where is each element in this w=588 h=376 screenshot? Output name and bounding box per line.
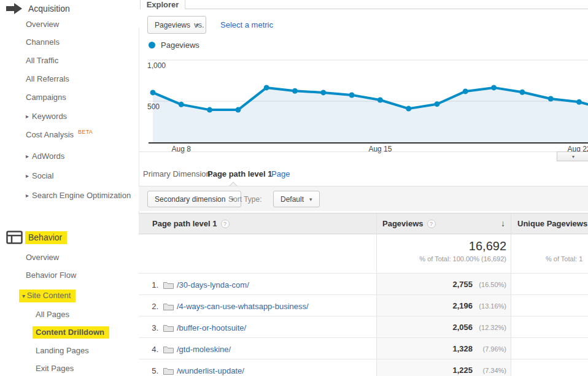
sidebar-item-adwords[interactable]: ▸AdWords bbox=[26, 152, 64, 161]
pageviews-cell: 2,755(16.50%) bbox=[376, 274, 511, 294]
vs-label: vs. bbox=[194, 20, 204, 29]
chevron-down-icon: ▾ bbox=[572, 154, 574, 159]
data-point[interactable] bbox=[463, 88, 468, 94]
page-path-link[interactable]: /4-ways-can-use-whatsapp-business/ bbox=[177, 302, 309, 311]
column-header-page-path[interactable]: Page path level 1 ? bbox=[152, 219, 230, 228]
table-body: 1./30-days-lynda-com/2,755(16.50%)2./4-w… bbox=[139, 274, 588, 376]
data-point[interactable] bbox=[377, 97, 383, 102]
expanded-arrow-icon: ▾ bbox=[22, 293, 27, 299]
y-axis-tick-label: 1,000 bbox=[147, 61, 166, 70]
sidebar-item-keywords[interactable]: ▸Keywords bbox=[26, 112, 67, 121]
column-header-unique-pageviews[interactable]: Unique Pageviews ? bbox=[517, 219, 588, 228]
sidebar-item-channels[interactable]: Channels bbox=[26, 37, 60, 47]
sidebar-item-cost-analysis[interactable]: Cost AnalysisBETA bbox=[26, 130, 93, 139]
sidebar-item-label: Overview bbox=[26, 20, 59, 29]
data-point[interactable] bbox=[292, 88, 298, 94]
data-point[interactable] bbox=[235, 107, 241, 113]
data-point[interactable] bbox=[491, 85, 497, 90]
pageviews-value: 1,225 bbox=[452, 366, 473, 375]
chevron-down-icon: ▾ bbox=[309, 196, 312, 202]
sidebar-item-search-engine-optimization[interactable]: ▸Search Engine Optimization bbox=[26, 191, 131, 200]
page-path-link[interactable]: /30-days-lynda-com/ bbox=[177, 280, 249, 290]
page-path-link[interactable]: /buffer-or-hootsuite/ bbox=[177, 323, 246, 332]
sidebar-item-overview[interactable]: Overview bbox=[26, 20, 59, 29]
primary-dimension-label: Primary Dimension: bbox=[143, 169, 212, 178]
sidebar-section-acquisition[interactable]: Acquisition bbox=[6, 1, 70, 16]
dimension-page-path-level-1[interactable]: Page path level 1 bbox=[207, 169, 273, 178]
sidebar-item-exit-pages[interactable]: Exit Pages bbox=[36, 364, 74, 373]
data-point[interactable] bbox=[548, 96, 554, 101]
unique-pageviews-cell bbox=[512, 295, 588, 316]
pageviews-cell: 1,225(7.34%) bbox=[376, 359, 511, 376]
data-point[interactable] bbox=[519, 90, 525, 95]
sidebar-item-all-referrals[interactable]: All Referrals bbox=[26, 74, 69, 83]
pageviews-summary-cell: 16,692 % of Total: 100.00% (16,692) bbox=[376, 234, 511, 273]
sidebar-item-landing-pages[interactable]: Landing Pages bbox=[36, 346, 89, 355]
page-path-link[interactable]: /wunderlist-update/ bbox=[177, 366, 244, 375]
tab-explorer-label: Explorer bbox=[147, 0, 179, 9]
folder-icon bbox=[163, 323, 174, 334]
sidebar-item-overview[interactable]: Overview bbox=[26, 253, 59, 262]
chart-legend: Pageviews bbox=[149, 40, 199, 50]
sort-type-dropdown[interactable]: Default ▾ bbox=[273, 191, 320, 207]
sidebar-section-behavior[interactable]: Behavior bbox=[6, 230, 62, 245]
column-header-pageviews[interactable]: Pageviews ? bbox=[382, 219, 436, 228]
help-icon[interactable]: ? bbox=[427, 220, 436, 228]
page-path-link[interactable]: /gtd-moleskine/ bbox=[177, 345, 231, 354]
table-row: 1./30-days-lynda-com/2,755(16.50%) bbox=[139, 274, 588, 295]
data-point[interactable] bbox=[349, 92, 355, 98]
pageviews-value: 1,328 bbox=[452, 344, 473, 353]
table-header-row: Page path level 1 ? Pageviews ? ↓ Unique… bbox=[139, 213, 588, 234]
primary-dimension-bar: Primary Dimension: Page path level 1 Pag… bbox=[139, 169, 588, 182]
sidebar-item-label: Overview bbox=[26, 253, 59, 262]
sidebar-item-behavior-flow[interactable]: Behavior Flow bbox=[26, 270, 76, 280]
chart-granularity-dropdown[interactable]: ▾ bbox=[557, 152, 588, 161]
data-point[interactable] bbox=[264, 85, 269, 90]
sidebar-item-all-traffic[interactable]: All Traffic bbox=[26, 56, 58, 65]
sort-descending-icon[interactable]: ↓ bbox=[501, 218, 505, 228]
sidebar-item-social[interactable]: ▸Social bbox=[26, 171, 53, 180]
data-point[interactable] bbox=[406, 106, 411, 112]
column-header-label: Pageviews bbox=[382, 219, 424, 228]
sidebar-item-campaigns[interactable]: Campaigns bbox=[26, 93, 66, 102]
unique-pageviews-cell bbox=[512, 274, 588, 294]
table-row: 4./gtd-moleskine/1,328(7.96%) bbox=[139, 338, 588, 359]
secondary-dimension-dropdown[interactable]: Secondary dimension ▾ bbox=[147, 191, 241, 207]
data-point[interactable] bbox=[435, 101, 440, 107]
data-point[interactable] bbox=[576, 99, 582, 105]
collapsed-arrow-icon: ▸ bbox=[26, 191, 29, 200]
chart-canvas[interactable]: 1,000500Aug 8Aug 15Aug 22 bbox=[139, 58, 588, 155]
table-toolbar: Secondary dimension ▾ Sort Type: Default… bbox=[139, 186, 588, 211]
dimension-page-link[interactable]: Page bbox=[271, 169, 290, 178]
unique-pageviews-cell bbox=[512, 338, 588, 359]
data-point[interactable] bbox=[150, 90, 156, 95]
behavior-window-icon bbox=[6, 230, 23, 245]
pageviews-percent: (7.34%) bbox=[482, 367, 506, 374]
sidebar-item-label: Social bbox=[32, 171, 53, 180]
data-point[interactable] bbox=[207, 107, 212, 113]
row-rank: 4. bbox=[146, 345, 158, 354]
sidebar-item-label: Behavior Flow bbox=[26, 270, 76, 280]
select-a-metric-link[interactable]: Select a metric bbox=[220, 20, 273, 29]
sidebar-item-label: Landing Pages bbox=[36, 346, 89, 355]
pageviews-cell: 2,056(12.32%) bbox=[376, 317, 511, 337]
pageviews-value: 2,755 bbox=[452, 280, 473, 289]
sidebar-item-all-pages[interactable]: All Pages bbox=[36, 310, 69, 319]
row-rank: 2. bbox=[146, 302, 158, 311]
sidebar-item-site-content[interactable]: ▾ Site Content bbox=[22, 291, 71, 301]
secondary-dimension-label: Secondary dimension bbox=[155, 195, 225, 204]
pageviews-line-chart[interactable]: 1,000500Aug 8Aug 15Aug 22 bbox=[139, 58, 588, 158]
sidebar-item-label: Content Drilldown bbox=[36, 328, 104, 337]
pageviews-cell: 1,328(7.96%) bbox=[376, 338, 511, 359]
sidebar-item-content-drilldown[interactable]: Content Drilldown bbox=[36, 328, 104, 337]
legend-label: Pageviews bbox=[161, 40, 199, 50]
tab-explorer[interactable]: Explorer bbox=[140, 0, 185, 9]
folder-icon bbox=[163, 280, 174, 291]
column-header-label: Unique Pageviews bbox=[517, 219, 587, 228]
data-point[interactable] bbox=[320, 90, 326, 95]
sidebar-item-label: Site Content bbox=[27, 291, 71, 300]
data-point[interactable] bbox=[179, 102, 184, 107]
sidebar-item-label: Search Engine Optimization bbox=[32, 191, 131, 200]
help-icon[interactable]: ? bbox=[221, 220, 230, 228]
folder-icon bbox=[163, 302, 174, 313]
